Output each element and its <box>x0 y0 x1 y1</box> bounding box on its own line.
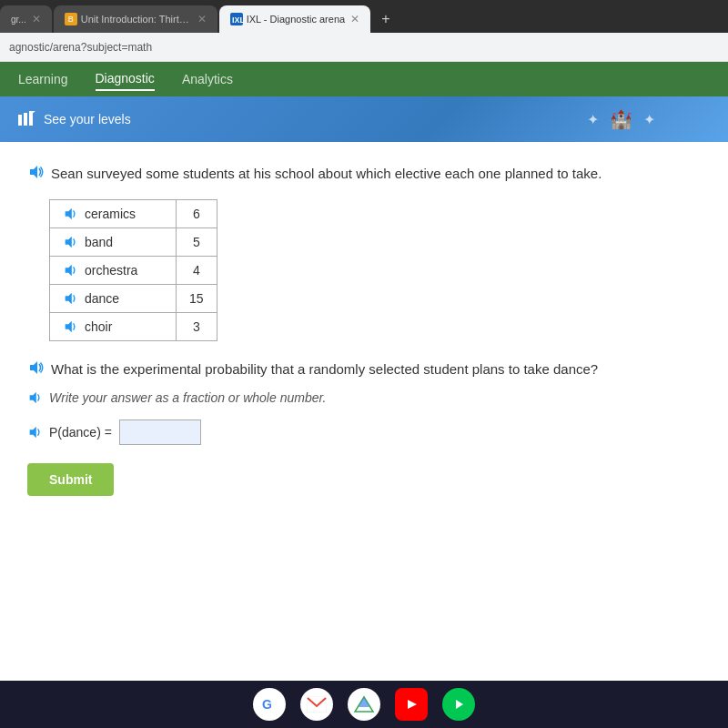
answer-row: P(dance) = <box>27 420 701 445</box>
dance-label: dance <box>85 291 119 306</box>
tab-3-label: IXL - Diagnostic arena <box>247 14 345 25</box>
table-row-choir: choir 3 <box>50 312 217 340</box>
address-text: agnostic/arena?subject=math <box>9 41 152 54</box>
answer-label: P(dance) = <box>49 425 112 440</box>
main-content: Sean surveyed some students at his schoo… <box>0 142 728 681</box>
taskbar-google[interactable]: G <box>253 688 286 721</box>
table-cell-choir-label: choir <box>50 312 177 340</box>
svg-rect-2 <box>18 115 22 126</box>
table-cell-ceramics-label: ceramics <box>50 199 177 228</box>
speaker-dance[interactable] <box>63 291 77 306</box>
tab-1-label: gr... <box>11 15 26 25</box>
new-tab-button[interactable]: + <box>372 5 399 33</box>
question-intro-block: Sean surveyed some students at his schoo… <box>27 164 701 341</box>
svg-marker-7 <box>66 236 72 247</box>
taskbar-youtube[interactable] <box>395 688 428 721</box>
taskbar-play[interactable] <box>442 688 475 721</box>
orchestra-count: 4 <box>177 256 217 284</box>
taskbar: G <box>0 681 728 728</box>
elective-table: ceramics 6 <box>49 199 217 341</box>
svg-marker-11 <box>30 361 37 374</box>
speaker-orchestra[interactable] <box>63 263 77 278</box>
levels-right-icons: ✦ 🏰 ✦ <box>587 108 655 130</box>
answer-input[interactable] <box>119 420 201 445</box>
question-intro-label: Sean surveyed some students at his schoo… <box>51 164 602 185</box>
ceramics-count: 6 <box>177 199 217 228</box>
tab-1-close[interactable]: ✕ <box>32 13 41 25</box>
svg-rect-3 <box>24 113 27 126</box>
star-icon: ✦ <box>587 111 599 128</box>
tab-3-close[interactable]: ✕ <box>350 13 359 25</box>
tab-2-icon: B <box>65 13 77 25</box>
tab-2-close[interactable]: ✕ <box>197 13 207 25</box>
table-cell-orchestra-label: orchestra <box>50 256 177 284</box>
svg-text:IXL: IXL <box>232 15 243 25</box>
taskbar-drive[interactable] <box>348 688 380 721</box>
nav-learning[interactable]: Learning <box>18 68 68 90</box>
table-row-band: band 5 <box>50 228 217 256</box>
svg-marker-10 <box>66 320 72 331</box>
choir-count: 3 <box>177 312 217 340</box>
svg-marker-6 <box>66 207 72 218</box>
nav-bar: Learning Diagnostic Analytics <box>0 62 728 96</box>
speaker-ceramics[interactable] <box>63 207 77 221</box>
svg-marker-19 <box>456 700 463 709</box>
table-row-ceramics: ceramics 6 <box>50 199 217 228</box>
speaker-answer[interactable] <box>27 425 42 440</box>
tab-3[interactable]: IXL IXL - Diagnostic arena ✕ <box>219 5 370 33</box>
submit-button[interactable]: Submit <box>27 463 114 496</box>
svg-text:G: G <box>262 697 272 712</box>
nav-diagnostic[interactable]: Diagnostic <box>96 67 155 91</box>
tab-1[interactable]: gr... ✕ <box>0 5 52 33</box>
band-count: 5 <box>177 228 217 256</box>
speaker-intro-button[interactable] <box>27 164 44 180</box>
question-intro-text: Sean surveyed some students at his schoo… <box>27 164 701 185</box>
table-row-orchestra: orchestra 4 <box>50 256 217 284</box>
speaker-sub-question[interactable] <box>27 359 44 376</box>
speaker-band[interactable] <box>63 235 77 249</box>
address-bar[interactable]: agnostic/arena?subject=math <box>0 33 728 62</box>
instruction-block: Write your answer as a fraction or whole… <box>27 390 701 405</box>
orchestra-label: orchestra <box>85 263 137 278</box>
speaker-instruction[interactable] <box>27 390 42 405</box>
tab-bar: gr... ✕ B Unit Introduction: Thirteen Co… <box>0 0 728 33</box>
svg-marker-18 <box>408 700 417 709</box>
choir-label: choir <box>85 319 112 334</box>
see-levels-label[interactable]: See your levels <box>44 112 131 126</box>
instruction-text-label: Write your answer as a fraction or whole… <box>49 390 327 405</box>
band-label: band <box>85 235 113 249</box>
svg-marker-13 <box>30 427 36 438</box>
svg-marker-8 <box>66 264 72 275</box>
sub-question-block: What is the experimental probability tha… <box>27 359 701 380</box>
browser-chrome: gr... ✕ B Unit Introduction: Thirteen Co… <box>0 0 728 62</box>
see-levels-bar: See your levels ✦ 🏰 ✦ <box>0 96 728 142</box>
speaker-choir[interactable] <box>63 319 77 334</box>
ceramics-label: ceramics <box>85 207 136 221</box>
sub-question-text: What is the experimental probability tha… <box>51 359 598 380</box>
tab-3-icon: IXL <box>230 13 243 25</box>
tab-2[interactable]: B Unit Introduction: Thirteen Color... ✕ <box>54 5 217 33</box>
table-row-dance: dance 15 <box>50 284 217 312</box>
castle-icon: 🏰 <box>610 108 632 130</box>
star2-icon: ✦ <box>643 111 655 128</box>
svg-marker-9 <box>66 292 72 303</box>
svg-rect-15 <box>307 696 327 713</box>
tab-2-label: Unit Introduction: Thirteen Color... <box>81 14 192 25</box>
see-levels-icon <box>18 111 36 128</box>
svg-marker-5 <box>30 166 37 178</box>
dance-count: 15 <box>177 284 217 312</box>
table-cell-band-label: band <box>50 228 177 256</box>
table-cell-dance-label: dance <box>50 284 177 312</box>
svg-marker-12 <box>30 392 36 403</box>
taskbar-gmail[interactable] <box>300 688 333 721</box>
nav-analytics[interactable]: Analytics <box>182 68 233 90</box>
